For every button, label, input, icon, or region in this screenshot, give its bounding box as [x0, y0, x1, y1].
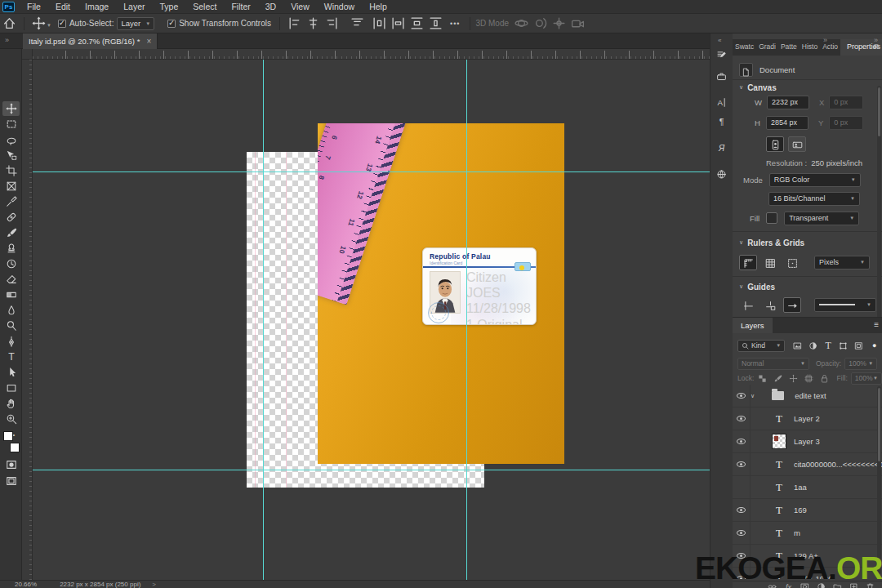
fill-dropdown[interactable]: Transparent▼ — [784, 212, 859, 225]
layer-name[interactable]: m — [794, 528, 800, 537]
tool-button[interactable] — [2, 272, 20, 287]
layer-name[interactable]: 169 — [794, 506, 807, 514]
ruler-corner[interactable] — [22, 49, 33, 60]
guide-vertical[interactable] — [466, 60, 467, 580]
layer-row[interactable]: ∨ Layer 2 — [733, 408, 882, 430]
tool-button[interactable] — [2, 210, 20, 225]
layers-tab[interactable]: Layers — [733, 318, 773, 333]
zoom-level[interactable]: 20.66% — [15, 581, 37, 588]
tool-button[interactable] — [2, 117, 20, 131]
layer-name[interactable]: 1aa — [794, 483, 807, 492]
document-tab[interactable]: Italy id.psd @ 20.7% (RGB/16) * × — [23, 33, 158, 49]
align-right-icon[interactable] — [325, 16, 339, 30]
tool-button[interactable] — [2, 381, 20, 395]
lock-transparent-icon[interactable] — [755, 372, 768, 384]
menu-item[interactable]: 3D — [258, 0, 283, 13]
layers-scrollbar[interactable] — [877, 386, 881, 574]
guide-layout-button[interactable] — [783, 297, 801, 313]
tool-button[interactable] — [2, 303, 20, 318]
history-panel-icon[interactable] — [715, 48, 729, 63]
canvas-section-title[interactable]: Canvas — [747, 83, 777, 92]
guide-vertical[interactable] — [263, 60, 264, 580]
filter-adjustment-layers-icon[interactable] — [807, 340, 819, 351]
layer-name[interactable]: cita0000000...<<<<<<<<0 d — [794, 460, 882, 469]
group-chevron-icon[interactable]: ∨ — [751, 393, 755, 399]
lock-pixels-icon[interactable] — [771, 372, 783, 384]
filter-smart-objects-icon[interactable] — [853, 340, 865, 351]
visibility-toggle[interactable] — [733, 430, 751, 453]
align-top-icon[interactable] — [350, 16, 364, 30]
width-field[interactable]: 2232 px — [767, 96, 809, 109]
show-transform-checkbox[interactable] — [167, 20, 176, 28]
chevron-down-icon[interactable]: ∨ — [739, 283, 743, 290]
layer-thumbnail[interactable] — [765, 388, 790, 403]
menu-item[interactable]: Image — [78, 0, 116, 13]
menu-item[interactable]: Layer — [116, 0, 152, 13]
panel-tab[interactable]: Patte — [778, 39, 800, 56]
character-panel-icon[interactable]: A — [715, 96, 729, 110]
close-tab-icon[interactable]: × — [146, 37, 151, 46]
layer-row[interactable]: ∨ 169 — [733, 499, 882, 522]
grid-toggle-button[interactable] — [761, 255, 779, 270]
chevron-down-icon[interactable]: ∨ — [739, 239, 743, 246]
tool-button[interactable] — [2, 132, 20, 147]
lock-all-icon[interactable] — [818, 372, 831, 384]
portrait-orientation-button[interactable] — [766, 136, 784, 152]
ruler-top[interactable] — [33, 49, 710, 60]
panel-tab[interactable]: Histo — [800, 39, 820, 56]
fill-checkbox[interactable] — [766, 212, 777, 224]
layer-name[interactable]: Layer 2 — [794, 414, 820, 423]
canvas-area[interactable]: 151413121110 4567891011 Republic of Pala… — [33, 60, 710, 580]
visibility-toggle[interactable] — [733, 408, 751, 430]
visibility-toggle[interactable] — [733, 453, 751, 476]
guides-section-title[interactable]: Guides — [747, 283, 775, 292]
expand-panels-icon[interactable]: « — [718, 37, 721, 44]
menu-item[interactable]: View — [283, 0, 317, 13]
home-icon[interactable] — [2, 16, 16, 30]
menu-item[interactable]: Filter — [224, 0, 257, 13]
move-tool-option-icon[interactable] — [32, 16, 46, 30]
guide-horizontal[interactable] — [33, 172, 710, 172]
tool-button[interactable] — [2, 225, 20, 240]
lock-artboard-icon[interactable] — [802, 372, 814, 384]
filter-type-layers-icon[interactable]: T — [822, 340, 835, 351]
tool-button[interactable] — [2, 256, 20, 271]
layer-thumbnail[interactable] — [772, 479, 786, 495]
tool-button[interactable] — [2, 334, 20, 349]
lock-position-icon[interactable] — [786, 372, 799, 384]
ruler-toggle-button[interactable] — [739, 255, 757, 270]
guide-horizontal[interactable] — [33, 470, 710, 470]
libraries-panel-icon[interactable] — [715, 167, 729, 182]
tab-expander-icon[interactable]: » — [5, 36, 9, 44]
distribute-h1-icon[interactable] — [372, 16, 386, 30]
glyphs-panel-icon[interactable]: Я — [715, 141, 729, 156]
filter-shape-layers-icon[interactable] — [838, 340, 850, 351]
background-color-swatch[interactable] — [10, 443, 20, 452]
pixel-grid-button[interactable] — [783, 255, 801, 270]
visibility-toggle[interactable] — [733, 499, 751, 522]
auto-select-target-dropdown[interactable]: Layer▼ — [117, 17, 154, 30]
tool-button[interactable]: T — [2, 350, 20, 364]
menu-item[interactable]: Help — [362, 0, 394, 13]
distribute-v1-icon[interactable] — [410, 16, 424, 30]
layer-thumbnail[interactable] — [772, 502, 786, 518]
align-center-icon[interactable] — [306, 16, 320, 30]
more-options-icon[interactable]: ••• — [450, 20, 460, 28]
landscape-orientation-button[interactable] — [788, 136, 806, 152]
foreground-color-swatch[interactable] — [3, 431, 13, 441]
panel-tab[interactable]: Gradi — [756, 39, 778, 56]
paragraph-panel-icon[interactable]: ¶ — [715, 115, 729, 130]
ruler-left[interactable] — [22, 60, 33, 580]
layer-thumbnail[interactable] — [772, 411, 786, 426]
filter-toggle-icon[interactable]: ● — [868, 340, 880, 351]
new-guide-button[interactable] — [739, 297, 757, 313]
foreground-background-colors[interactable] — [3, 431, 20, 452]
layers-menu-icon[interactable]: ≡ — [874, 320, 879, 329]
tool-button[interactable] — [2, 101, 20, 116]
menu-item[interactable]: File — [20, 0, 48, 13]
layer-row[interactable]: ∨ m — [733, 522, 882, 545]
lock-guides-button[interactable] — [761, 297, 779, 313]
layer-filter-kind-dropdown[interactable]: Kind▼ — [737, 340, 785, 352]
guide-style-dropdown[interactable]: ▼ — [814, 298, 876, 312]
height-field[interactable]: 2854 px — [766, 116, 808, 130]
